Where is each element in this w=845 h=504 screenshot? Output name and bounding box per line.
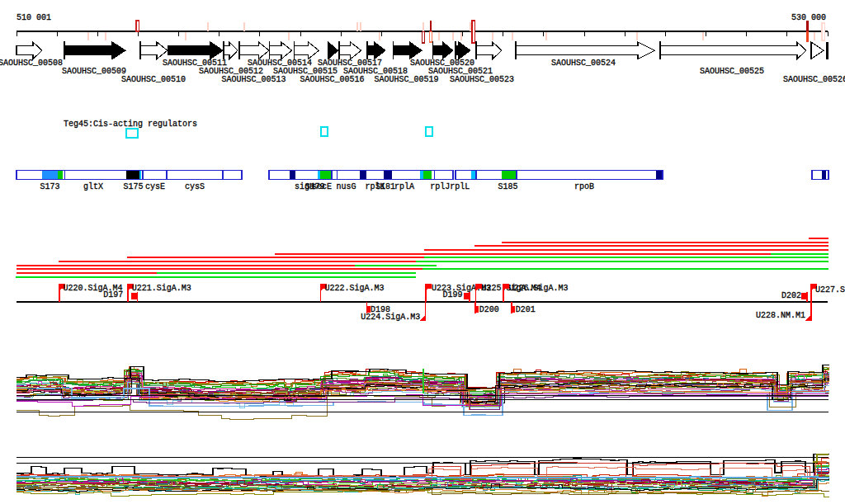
svg-text:SAOUHSC_00526: SAOUHSC_00526 [783, 75, 845, 84]
svg-text:cysE: cysE [145, 182, 165, 191]
svg-text:SAOUHSC_00514: SAOUHSC_00514 [248, 59, 312, 68]
svg-text:S175: S175 [124, 182, 144, 191]
svg-text:510 001: 510 001 [17, 13, 51, 22]
svg-text:D197: D197 [103, 290, 123, 299]
svg-text:D200: D200 [479, 305, 499, 314]
svg-text:rpoB: rpoB [574, 182, 594, 191]
svg-text:secE: secE [312, 182, 332, 191]
svg-text:U221.SigA.M3: U221.SigA.M3 [132, 284, 191, 293]
svg-text:S173: S173 [40, 182, 59, 191]
svg-text:rplL: rplL [450, 182, 470, 191]
svg-text:gltX: gltX [83, 182, 103, 191]
svg-text:SAOUHSC_00517: SAOUHSC_00517 [318, 59, 382, 68]
svg-text:Teg45:Cis-acting regulators: Teg45:Cis-acting regulators [64, 120, 197, 129]
svg-text:U224.SigA.M3: U224.SigA.M3 [361, 313, 420, 322]
svg-text:rplA: rplA [394, 182, 414, 191]
svg-text:U228.NM.M1: U228.NM.M1 [756, 311, 805, 320]
svg-text:SAOUHSC_00519: SAOUHSC_00519 [375, 75, 439, 84]
svg-text:cysS: cysS [185, 182, 205, 191]
svg-text:SAOUHSC_00520: SAOUHSC_00520 [410, 59, 474, 68]
svg-text:SAOUHSC_00513: SAOUHSC_00513 [222, 75, 286, 84]
svg-text:S181: S181 [375, 182, 395, 191]
svg-text:D202: D202 [781, 291, 801, 300]
svg-text:nusG: nusG [337, 182, 356, 191]
svg-text:U226.SigA.M3: U226.SigA.M3 [509, 284, 569, 293]
svg-text:SAOUHSC_00508: SAOUHSC_00508 [0, 59, 63, 68]
svg-text:SAOUHSC_00524: SAOUHSC_00524 [551, 59, 616, 68]
svg-text:S185: S185 [498, 182, 518, 191]
svg-text:D199: D199 [442, 290, 462, 299]
svg-text:U222.SigA.M3: U222.SigA.M3 [325, 284, 385, 293]
svg-text:SAOUHSC_00523: SAOUHSC_00523 [450, 75, 514, 84]
svg-text:SAOUHSC_00525: SAOUHSC_00525 [700, 67, 764, 76]
svg-text:SAOUHSC_00509: SAOUHSC_00509 [62, 67, 126, 76]
svg-text:U227.SigA.M1: U227.SigA.M1 [815, 285, 845, 294]
svg-text:SAOUHSC_00511: SAOUHSC_00511 [163, 59, 227, 68]
svg-text:SAOUHSC_00516: SAOUHSC_00516 [300, 75, 365, 84]
svg-text:SAOUHSC_00510: SAOUHSC_00510 [121, 75, 186, 84]
svg-text:rplJ: rplJ [430, 182, 450, 191]
svg-text:D201: D201 [516, 305, 536, 314]
